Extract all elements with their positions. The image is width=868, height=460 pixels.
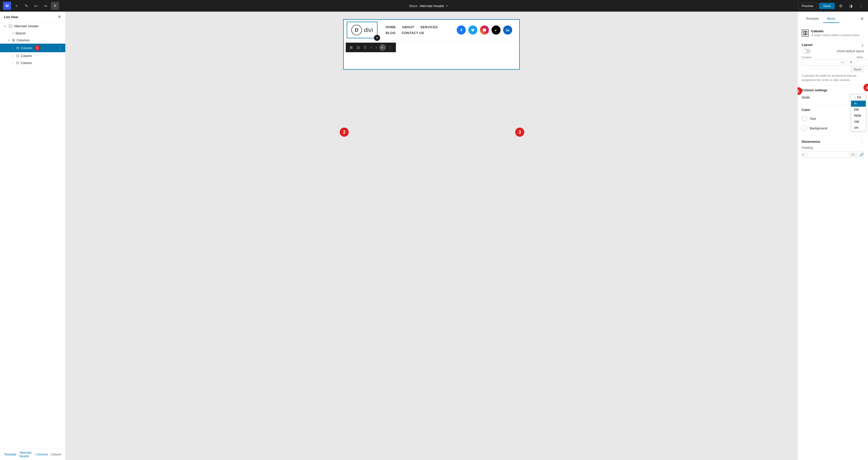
move-left-button[interactable]: ‹ <box>369 44 373 51</box>
align-button[interactable]: ≡ <box>847 59 855 66</box>
sidebar-item-label: Spacer <box>16 31 26 35</box>
drag-handle-button[interactable]: ⠿ <box>362 44 368 51</box>
item-options-icon[interactable]: ⋮ <box>58 45 62 51</box>
unit-option-px[interactable]: ✓ PX <box>851 95 866 101</box>
unit-option-em[interactable]: EM <box>851 107 866 113</box>
content-input[interactable] <box>802 60 840 65</box>
padding-box-icon: □ <box>802 151 805 158</box>
layout-section-title: Layout ▲ <box>802 43 864 47</box>
add-to-logo-button[interactable]: + <box>374 35 380 41</box>
logo-icon: D <box>351 25 362 35</box>
canvas: 2 3 D divi + <box>66 11 797 460</box>
breadcrumb-alternate-header[interactable]: Alternate Header <box>20 451 33 458</box>
dimensions-options-icon[interactable]: ⋮ <box>860 139 864 144</box>
chevron-down-icon: ▾ <box>3 25 6 28</box>
align-button-wrap: ≡ <box>847 56 855 66</box>
linkedin-icon[interactable] <box>503 26 512 35</box>
layout-chevron-icon[interactable]: ▲ <box>861 43 864 47</box>
step-badge-3: 3 <box>514 128 524 137</box>
sidebar-item-column-1[interactable]: › ⊡ Column 1 ⋮ <box>0 43 65 52</box>
edit-icon[interactable]: ✎ <box>22 2 30 10</box>
inherit-layout-row: Inherit default layout <box>802 49 864 54</box>
sidebar-item-label: Column <box>21 46 32 50</box>
sidebar-item-column-2[interactable]: › ⊡ Column <box>0 52 65 59</box>
reset-button[interactable]: Reset <box>851 67 864 72</box>
padding-input[interactable] <box>807 152 849 158</box>
contrast-icon[interactable]: ◑ <box>847 2 855 10</box>
nav-blog[interactable]: BLOG <box>385 31 396 35</box>
template-title: Alternate Header <box>420 4 444 8</box>
unit-option-label: PX <box>857 96 861 99</box>
unit-option-vw[interactable]: VW <box>851 119 866 125</box>
chevron-right-icon: › <box>11 62 14 64</box>
spacer-icon: ↕ <box>12 31 14 35</box>
more-options-icon[interactable]: ⋮ <box>857 2 865 10</box>
padding-input-wrap: PX <box>807 151 857 158</box>
add-block-button[interactable]: + <box>379 44 386 51</box>
sidebar-item-alternate-header[interactable]: ▾ ⬜ Alternate Header <box>0 23 65 30</box>
nav-home[interactable]: HOME <box>385 25 396 29</box>
unit-option-rem[interactable]: REM <box>851 113 866 119</box>
content-wide-row: Content PX ≡ Wide PX <box>802 56 864 66</box>
svg-rect-0 <box>483 29 486 32</box>
panel-close-button[interactable]: ✕ <box>860 16 864 22</box>
sidebar-close-button[interactable]: ✕ <box>58 14 61 19</box>
padding-group: Padding □ PX 🔗 <box>802 146 864 158</box>
nav-contact[interactable]: CONTACT US <box>402 31 424 35</box>
undo-button[interactable]: ↩ <box>32 2 40 10</box>
layout-icon-button[interactable]: ⊞ <box>348 44 354 51</box>
sidebar-item-label: Column <box>21 61 32 65</box>
main-layout: List View ✕ ▾ ⬜ Alternate Header ↕ Space… <box>0 11 868 460</box>
breadcrumb-template[interactable]: Template <box>4 453 17 456</box>
block-options-button[interactable]: ⋮ <box>387 44 394 51</box>
twitter-icon[interactable] <box>468 26 477 35</box>
column-layout-button[interactable]: ⊡ <box>355 44 361 51</box>
instagram-icon[interactable] <box>480 26 489 35</box>
sidebar-header: List View ✕ <box>0 11 65 23</box>
nav-about[interactable]: ABOUT <box>402 25 414 29</box>
wp-logo-icon[interactable]: W <box>3 2 11 10</box>
breadcrumb: Template › Alternate Header › Columns › … <box>0 449 65 460</box>
unit-option-percent[interactable]: % <box>851 101 866 107</box>
layout-section: Layout ▲ Inherit default layout Content … <box>798 40 868 85</box>
save-button[interactable]: Save <box>819 3 835 9</box>
sidebar-item-spacer[interactable]: ↕ Spacer <box>0 30 65 37</box>
panel-body: Column A single column within a columns … <box>798 26 868 460</box>
link-padding-button[interactable]: 🔗 <box>859 151 864 158</box>
breadcrumb-columns[interactable]: Columns <box>36 453 48 456</box>
preview-button[interactable]: Preview <box>798 2 817 9</box>
sidebar: List View ✕ ▾ ⬜ Alternate Header ↕ Space… <box>0 11 66 460</box>
sidebar-title: List View <box>4 15 18 19</box>
column-icon: ⊡ <box>16 46 19 50</box>
sidebar-item-column-3[interactable]: › ⊡ Column <box>0 59 65 66</box>
canvas-content: D divi + HOME ABOUT SERVICES BLOG <box>343 19 520 70</box>
nav-services[interactable]: SERVICES <box>421 25 438 29</box>
tiktok-icon[interactable] <box>492 26 501 35</box>
column-info: Column A single column within a columns … <box>802 29 864 37</box>
column-info-text: Column A single column within a columns … <box>811 29 860 37</box>
logo-block[interactable]: D divi + <box>347 22 377 38</box>
tab-block[interactable]: Block <box>823 14 839 23</box>
chevron-right-icon: › <box>11 47 14 50</box>
sidebar-item-label: Alternate Header <box>14 24 39 28</box>
redo-button[interactable]: ↪ <box>41 2 50 10</box>
inherit-layout-toggle[interactable] <box>802 49 811 54</box>
unit-option-vh[interactable]: VH <box>851 125 866 131</box>
list-view-button[interactable]: ≡ <box>51 2 59 10</box>
svg-point-3 <box>506 29 507 29</box>
move-right-button[interactable]: › <box>374 44 378 51</box>
template-dropdown-arrow[interactable]: ▾ <box>446 4 447 7</box>
sidebar-item-columns[interactable]: ▾ ⊞ Columns <box>0 37 65 43</box>
unit-option-label: VW <box>854 120 859 124</box>
facebook-icon[interactable] <box>457 26 466 35</box>
tab-template[interactable]: Template <box>802 14 823 23</box>
content-input-wrap: PX <box>802 60 845 66</box>
social-icons <box>453 26 516 35</box>
svg-rect-4 <box>803 31 805 35</box>
add-block-toolbar-button[interactable]: ＋ <box>12 2 21 10</box>
unit-option-label: REM <box>854 114 861 118</box>
reset-wrap: Reset <box>802 67 864 72</box>
settings-icon[interactable]: ⚙ <box>837 2 845 10</box>
wide-input[interactable] <box>857 60 868 65</box>
wide-input-wrap: PX <box>857 60 868 66</box>
